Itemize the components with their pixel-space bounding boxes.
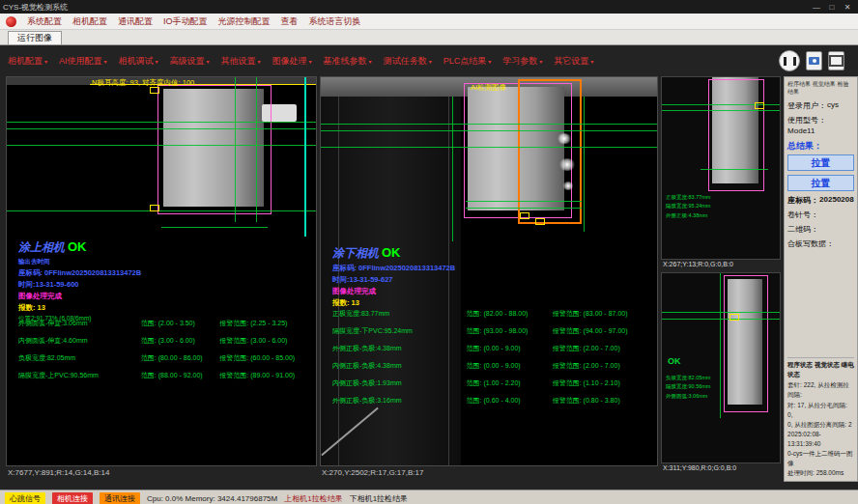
needle-label: 卷针号： (787, 210, 818, 220)
tab-run-image[interactable]: 运行图像 (8, 31, 62, 44)
toolbar-label: 相机配置 (8, 56, 43, 66)
menu-bar: 系统配置 相机配置 通讯配置 IO手动配置 光源控制配置 查看 系统语言切换 (0, 14, 858, 30)
toolbar-camera-debug[interactable]: 相机调试▾ (119, 55, 158, 68)
menu-io-manual-config[interactable]: IO手动配置 (163, 15, 208, 28)
measurement-alarm: 报警范围: (2.25 - 3.25) (219, 319, 310, 328)
menu-comm-config[interactable]: 通讯配置 (118, 15, 153, 28)
marker-box (520, 212, 529, 219)
crosshair-line (7, 210, 316, 211)
measurement-range: 范围: (80.00 - 86.00) (141, 353, 220, 363)
menu-system-config[interactable]: 系统配置 (27, 15, 62, 28)
measurement-range: 范围: (1.00 - 2.20) (467, 378, 553, 388)
status-bar: 心跳信号 相机连接 通讯连接 Cpu: 0.0% Memory: 3424.41… (0, 490, 858, 504)
status-line: 套针: 222, 从拉检测拉间隔: (787, 380, 854, 400)
pause-button[interactable] (779, 50, 800, 71)
toolbar-advanced-settings[interactable]: 高级设置▾ (170, 55, 210, 68)
status-line: 2025:02:08-13:31:39:40 (787, 430, 854, 449)
overlay-barcode: 座标码: 0FFlinw2025020813313472B (18, 268, 141, 278)
crosshair-line-vertical (584, 97, 585, 232)
toolbar-label: 其它设置 (554, 56, 588, 66)
content-row: N极耳高度: 93, 对齐度内值: 100 涂上相机OK 输出去时间 座标码: … (0, 76, 858, 490)
measurement-row: 正极宽度:83.77mm范围: (82.00 - 88.00)报警范围: (83… (332, 309, 651, 319)
measurement-range: 范围: (0.00 - 9.00) (467, 344, 553, 353)
menu-camera-config[interactable]: 相机配置 (72, 15, 107, 28)
measurement-alarm: 报警范围: (0.80 - 3.80) (553, 396, 651, 406)
crosshair-line (7, 145, 316, 146)
toolbar-baseline-params[interactable]: 基准线参数▾ (324, 55, 372, 68)
menu-light-control-config[interactable]: 光源控制配置 (218, 15, 271, 28)
measurement-alarm: 报警范围: (94.00 - 97.00) (553, 326, 651, 336)
toolbar-label: 基准线参数 (324, 56, 367, 66)
toolbar-label: 其他设置 (221, 56, 256, 66)
overlay-text-block: 涂下相机OK 座标码: 0FFlinw2025020813313472B 时间:… (332, 243, 455, 308)
measurement-name: 内侧正极-负极:4.38mm (332, 361, 467, 371)
pause-icon (784, 57, 796, 66)
marker-box (150, 205, 159, 211)
measure-line (701, 169, 768, 170)
measurement-alarm: 报警范围: (2.00 - 7.00) (553, 361, 651, 371)
reflection-highlight (557, 133, 572, 144)
sidebar-note: 程序结果 视觉结果 检验结果 (787, 80, 854, 96)
upper-camera-result-link[interactable]: 上相机1拉检结果 (284, 493, 342, 504)
measurement-name: 隔膜宽度-上PVC:90.56mm (18, 371, 141, 380)
measurement-alarm: 报警范围: (1.10 - 2.10) (553, 378, 651, 388)
toolbar-other-settings[interactable]: 其他设置▾ (221, 55, 261, 68)
toolbar-image-processing[interactable]: 图像处理▾ (272, 55, 312, 68)
camera-icon (809, 57, 819, 65)
toolbar-test-tasks[interactable]: 测试任务数▾ (384, 55, 432, 68)
minimize-button[interactable]: — (809, 3, 824, 12)
marker-box (535, 218, 545, 225)
toolbar-camera-config[interactable]: 相机配置▾ (8, 55, 47, 68)
total-result-label: 总结果： (787, 140, 854, 153)
marker-box (755, 102, 764, 109)
status-panel-header: 程序状态 视觉状态 继电状态 (787, 360, 854, 379)
overlay-process-status: 图像处理完成 (18, 292, 141, 301)
marker-box (729, 314, 739, 321)
model-label: 使用型号： (787, 115, 826, 126)
app-logo-icon (6, 16, 16, 27)
menu-view[interactable]: 查看 (281, 15, 299, 28)
crosshair-line (662, 319, 780, 320)
overlay-count: 报数: 13 (332, 298, 455, 308)
toolbar-plc-results[interactable]: PLC点结果▾ (443, 55, 492, 68)
menu-language-switch[interactable]: 系统语言切换 (309, 15, 361, 28)
small-view-line: 隔膜宽度:95.24mm (666, 202, 710, 210)
crosshair-line (662, 110, 780, 111)
measurement-name: 隔膜宽度-下PVC:95.24mm (332, 326, 467, 336)
right-camera-view[interactable]: AI检测图像 涂下相机OK 座标码: 0FFlinw20250208133134… (320, 76, 658, 466)
measure-line (466, 208, 582, 209)
measurement-range: 范围: (2.00 - 3.50) (141, 319, 220, 328)
overlay-process-status: 图像处理完成 (332, 287, 455, 296)
cpu-memory-text: Cpu: 0.0% Memory: 3424.41796875M (147, 494, 277, 503)
left-view-pixel-coords: X:7677,Y:891;R:14,G:14,B:14 (6, 466, 317, 481)
maximize-button[interactable]: □ (824, 3, 840, 12)
small-view-line: 正极宽度:83.77mm (666, 193, 710, 202)
left-camera-view[interactable]: N极耳高度: 93, 对齐度内值: 100 涂上相机OK 输出去时间 座标码: … (6, 76, 317, 466)
camera-title-row: 涂下相机OK (332, 243, 455, 262)
overlay-barcode: 座标码: 0FFlinw2025020813313472B (332, 264, 455, 273)
ai-detection-rect (518, 79, 582, 224)
measurement-row: 外侧正极-负极:4.38mm范围: (0.00 - 9.00)报警范围: (2.… (332, 344, 651, 353)
lower-camera-result-link[interactable]: 下相机1拉检结果 (350, 493, 408, 504)
measurement-range: 范围: (0.60 - 4.00) (467, 396, 553, 406)
toolbar-misc-settings[interactable]: 其它设置▾ (554, 55, 593, 68)
close-button[interactable]: ✕ (840, 3, 855, 12)
small-view-line: 外侧圆弧:3.06mm (666, 392, 710, 401)
chevron-down-icon: ▾ (207, 59, 210, 65)
measurement-row: 内侧圆弧-伸直:4.60mm范围: (3.00 - 6.00)报警范围: (3.… (18, 336, 310, 346)
toolbar-label: 测试任务数 (384, 56, 427, 66)
camera-capture-button[interactable] (806, 51, 822, 70)
window-title: CYS-视觉检测系统 (3, 2, 68, 13)
small-top-view[interactable]: 正极宽度:83.77mm 隔膜宽度:95.24mm 外侧正极:4.38mm (661, 76, 781, 260)
measurement-range: 范围: (88.00 - 92.00) (141, 371, 220, 380)
measurement-list: 外侧圆弧-伸直:3.06mm范围: (2.00 - 3.50)报警范围: (2.… (18, 319, 310, 388)
toolbar-learning-params[interactable]: 学习参数▾ (502, 55, 542, 68)
toolbar-label: AI使用配置 (59, 56, 102, 66)
small-bottom-view[interactable]: OK 负极宽度:82.05mm 隔膜宽度:90.56mm 外侧圆弧:3.06mm (661, 272, 781, 463)
display-mode-button[interactable] (828, 51, 844, 70)
model-value: Mode11 (787, 126, 815, 135)
measurement-range: 范围: (0.00 - 9.00) (467, 361, 553, 371)
toolbar-ai-config[interactable]: AI使用配置▾ (59, 55, 107, 68)
left-camera-panel: N极耳高度: 93, 对齐度内值: 100 涂上相机OK 输出去时间 座标码: … (6, 76, 317, 490)
crosshair-line-vertical (256, 77, 257, 222)
